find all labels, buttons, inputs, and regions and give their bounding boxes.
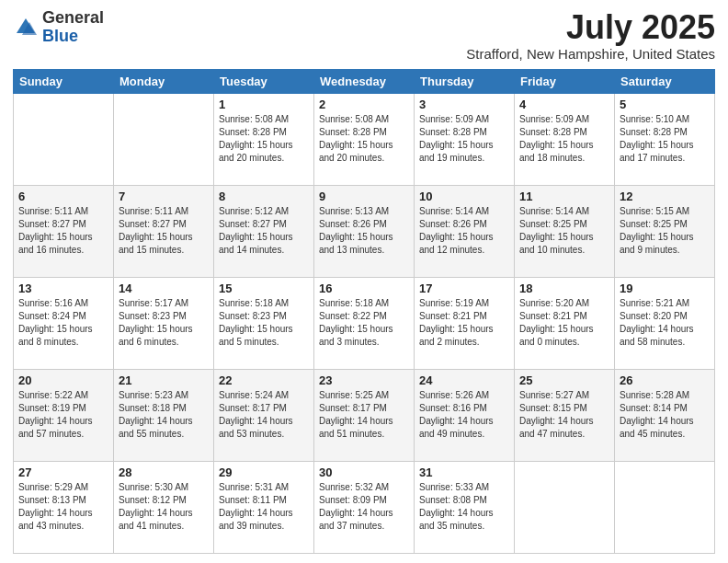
calendar-cell: 4Sunrise: 5:09 AM Sunset: 8:28 PM Daylig…: [515, 93, 615, 185]
day-info: Sunrise: 5:08 AM Sunset: 8:28 PM Dayligh…: [219, 113, 309, 165]
day-number: 10: [419, 190, 509, 203]
day-info: Sunrise: 5:17 AM Sunset: 8:23 PM Dayligh…: [119, 297, 209, 349]
day-number: 22: [219, 373, 309, 387]
day-info: Sunrise: 5:18 AM Sunset: 8:23 PM Dayligh…: [219, 297, 309, 349]
day-info: Sunrise: 5:11 AM Sunset: 8:27 PM Dayligh…: [18, 205, 108, 257]
day-number: 26: [620, 373, 710, 387]
calendar-cell: 2Sunrise: 5:08 AM Sunset: 8:28 PM Daylig…: [314, 93, 415, 185]
day-number: 2: [319, 98, 409, 111]
location: Strafford, New Hampshire, United States: [466, 46, 715, 62]
calendar-cell: 31Sunrise: 5:33 AM Sunset: 8:08 PM Dayli…: [415, 461, 515, 553]
day-info: Sunrise: 5:25 AM Sunset: 8:17 PM Dayligh…: [319, 389, 409, 441]
day-info: Sunrise: 5:20 AM Sunset: 8:21 PM Dayligh…: [519, 297, 609, 349]
calendar-cell: 6Sunrise: 5:11 AM Sunset: 8:27 PM Daylig…: [14, 185, 114, 277]
day-info: Sunrise: 5:22 AM Sunset: 8:19 PM Dayligh…: [18, 389, 108, 441]
day-info: Sunrise: 5:32 AM Sunset: 8:09 PM Dayligh…: [319, 481, 409, 533]
day-number: 31: [419, 465, 509, 479]
day-number: 27: [18, 465, 108, 479]
day-number: 18: [519, 282, 609, 295]
calendar-cell: 11Sunrise: 5:14 AM Sunset: 8:25 PM Dayli…: [515, 185, 615, 277]
day-info: Sunrise: 5:26 AM Sunset: 8:16 PM Dayligh…: [419, 389, 509, 441]
calendar-cell: 12Sunrise: 5:15 AM Sunset: 8:25 PM Dayli…: [615, 185, 715, 277]
day-info: Sunrise: 5:29 AM Sunset: 8:13 PM Dayligh…: [18, 481, 108, 533]
day-info: Sunrise: 5:15 AM Sunset: 8:25 PM Dayligh…: [620, 205, 710, 257]
calendar-cell: [515, 461, 615, 553]
calendar-week-2: 6Sunrise: 5:11 AM Sunset: 8:27 PM Daylig…: [14, 185, 715, 277]
title-section: July 2025 Strafford, New Hampshire, Unit…: [466, 9, 715, 62]
calendar-cell: [615, 461, 715, 553]
calendar-header-row: Sunday Monday Tuesday Wednesday Thursday…: [14, 69, 715, 93]
day-info: Sunrise: 5:23 AM Sunset: 8:18 PM Dayligh…: [119, 389, 209, 441]
day-number: 7: [119, 190, 209, 203]
calendar-cell: 28Sunrise: 5:30 AM Sunset: 8:12 PM Dayli…: [114, 461, 214, 553]
day-info: Sunrise: 5:27 AM Sunset: 8:15 PM Dayligh…: [519, 389, 609, 441]
calendar-cell: 29Sunrise: 5:31 AM Sunset: 8:11 PM Dayli…: [214, 461, 314, 553]
calendar-week-5: 27Sunrise: 5:29 AM Sunset: 8:13 PM Dayli…: [14, 461, 715, 553]
month-year: July 2025: [466, 9, 715, 46]
calendar-cell: 7Sunrise: 5:11 AM Sunset: 8:27 PM Daylig…: [114, 185, 214, 277]
col-saturday: Saturday: [615, 69, 715, 93]
day-number: 4: [519, 98, 609, 111]
day-info: Sunrise: 5:28 AM Sunset: 8:14 PM Dayligh…: [620, 389, 710, 441]
col-tuesday: Tuesday: [214, 69, 314, 93]
day-info: Sunrise: 5:11 AM Sunset: 8:27 PM Dayligh…: [119, 205, 209, 257]
calendar-cell: 22Sunrise: 5:24 AM Sunset: 8:17 PM Dayli…: [214, 369, 314, 461]
day-number: 15: [219, 282, 309, 295]
calendar-cell: 17Sunrise: 5:19 AM Sunset: 8:21 PM Dayli…: [415, 277, 515, 369]
calendar-cell: 3Sunrise: 5:09 AM Sunset: 8:28 PM Daylig…: [415, 93, 515, 185]
day-number: 25: [519, 373, 609, 387]
calendar-cell: 20Sunrise: 5:22 AM Sunset: 8:19 PM Dayli…: [14, 369, 114, 461]
day-number: 30: [319, 465, 409, 479]
logo-blue: Blue: [42, 27, 78, 45]
logo-general: General: [42, 8, 104, 27]
day-info: Sunrise: 5:10 AM Sunset: 8:28 PM Dayligh…: [620, 113, 710, 165]
day-number: 11: [519, 190, 609, 203]
day-info: Sunrise: 5:09 AM Sunset: 8:28 PM Dayligh…: [419, 113, 509, 165]
day-info: Sunrise: 5:14 AM Sunset: 8:26 PM Dayligh…: [419, 205, 509, 257]
day-number: 6: [18, 190, 108, 203]
calendar-cell: 13Sunrise: 5:16 AM Sunset: 8:24 PM Dayli…: [14, 277, 114, 369]
day-info: Sunrise: 5:33 AM Sunset: 8:08 PM Dayligh…: [419, 481, 509, 533]
day-number: 19: [620, 282, 710, 295]
calendar-week-3: 13Sunrise: 5:16 AM Sunset: 8:24 PM Dayli…: [14, 277, 715, 369]
calendar-cell: [114, 93, 214, 185]
col-sunday: Sunday: [14, 69, 114, 93]
calendar-cell: 15Sunrise: 5:18 AM Sunset: 8:23 PM Dayli…: [214, 277, 314, 369]
day-number: 28: [119, 465, 209, 479]
col-thursday: Thursday: [415, 69, 515, 93]
day-info: Sunrise: 5:14 AM Sunset: 8:25 PM Dayligh…: [519, 205, 609, 257]
calendar-table: Sunday Monday Tuesday Wednesday Thursday…: [13, 69, 715, 554]
day-number: 1: [219, 98, 309, 111]
day-info: Sunrise: 5:21 AM Sunset: 8:20 PM Dayligh…: [620, 297, 710, 349]
logo-text: General Blue: [42, 9, 104, 46]
calendar-week-4: 20Sunrise: 5:22 AM Sunset: 8:19 PM Dayli…: [14, 369, 715, 461]
col-monday: Monday: [114, 69, 214, 93]
calendar-cell: 30Sunrise: 5:32 AM Sunset: 8:09 PM Dayli…: [314, 461, 415, 553]
day-number: 24: [419, 373, 509, 387]
day-number: 14: [119, 282, 209, 295]
day-number: 13: [18, 282, 108, 295]
calendar-cell: 1Sunrise: 5:08 AM Sunset: 8:28 PM Daylig…: [214, 93, 314, 185]
day-number: 5: [620, 98, 710, 111]
day-info: Sunrise: 5:19 AM Sunset: 8:21 PM Dayligh…: [419, 297, 509, 349]
logo-icon: [13, 15, 39, 40]
day-info: Sunrise: 5:08 AM Sunset: 8:28 PM Dayligh…: [319, 113, 409, 165]
calendar-cell: 24Sunrise: 5:26 AM Sunset: 8:16 PM Dayli…: [415, 369, 515, 461]
logo: General Blue: [13, 9, 104, 46]
col-wednesday: Wednesday: [314, 69, 415, 93]
calendar-cell: 18Sunrise: 5:20 AM Sunset: 8:21 PM Dayli…: [515, 277, 615, 369]
calendar-cell: 21Sunrise: 5:23 AM Sunset: 8:18 PM Dayli…: [114, 369, 214, 461]
calendar-week-1: 1Sunrise: 5:08 AM Sunset: 8:28 PM Daylig…: [14, 93, 715, 185]
page: General Blue July 2025 Strafford, New Ha…: [0, 0, 728, 563]
calendar-cell: 25Sunrise: 5:27 AM Sunset: 8:15 PM Dayli…: [515, 369, 615, 461]
day-number: 16: [319, 282, 409, 295]
day-number: 23: [319, 373, 409, 387]
day-info: Sunrise: 5:13 AM Sunset: 8:26 PM Dayligh…: [319, 205, 409, 257]
calendar-cell: 9Sunrise: 5:13 AM Sunset: 8:26 PM Daylig…: [314, 185, 415, 277]
day-number: 8: [219, 190, 309, 203]
calendar-cell: 19Sunrise: 5:21 AM Sunset: 8:20 PM Dayli…: [615, 277, 715, 369]
calendar-cell: 8Sunrise: 5:12 AM Sunset: 8:27 PM Daylig…: [214, 185, 314, 277]
day-info: Sunrise: 5:31 AM Sunset: 8:11 PM Dayligh…: [219, 481, 309, 533]
calendar-cell: 26Sunrise: 5:28 AM Sunset: 8:14 PM Dayli…: [615, 369, 715, 461]
calendar-cell: 5Sunrise: 5:10 AM Sunset: 8:28 PM Daylig…: [615, 93, 715, 185]
